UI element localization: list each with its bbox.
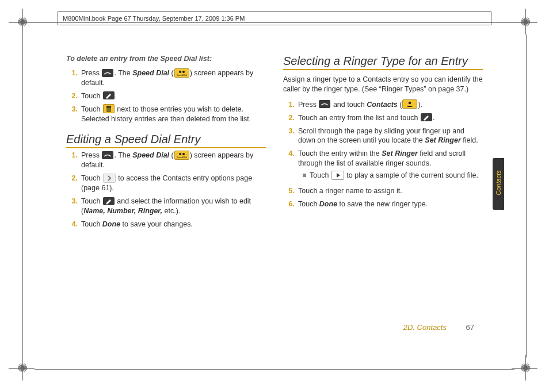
ringer-heading: Selecting a Ringer Type for an Entry xyxy=(283,55,483,70)
edit-pencil-icon xyxy=(103,197,115,205)
list-item: 4. Touch Done to save your changes. xyxy=(66,220,266,229)
crop-rule-right xyxy=(526,34,527,358)
list-item: 2. Touch . xyxy=(66,91,266,101)
crop-rule-left xyxy=(22,34,23,358)
footer-page-number: 67 xyxy=(466,323,474,332)
list-item: 1. Press . The Speed Dial (SpeedDial) sc… xyxy=(66,151,266,170)
page-footer: 2D. Contacts 67 xyxy=(403,323,474,332)
home-key-icon xyxy=(319,100,330,108)
delete-steps: 1. Press . The Speed Dial (SpeedDial) sc… xyxy=(66,68,266,124)
svg-point-8 xyxy=(182,153,185,155)
chevron-right-icon xyxy=(103,174,116,183)
ringer-steps: 1. Press and touch Contacts (). 2. Touch… xyxy=(283,100,483,209)
right-column: Selecting a Ringer Type for an Entry Ass… xyxy=(283,55,483,337)
svg-point-10 xyxy=(409,102,411,104)
svg-point-7 xyxy=(179,153,181,155)
svg-rect-4 xyxy=(106,106,111,107)
list-item: 3. Touch and select the information you … xyxy=(66,197,266,216)
speed-dial-icon: SpeedDial xyxy=(174,68,189,78)
ringer-intro: Assign a ringer type to a Contacts entry… xyxy=(283,75,483,94)
list-item: 1. Press and touch Contacts (). xyxy=(283,100,483,110)
play-icon xyxy=(331,171,344,180)
edit-pencil-icon xyxy=(103,91,115,99)
list-item: 5. Touch a ringer name to assign it. xyxy=(283,186,483,196)
list-item: 4. Touch the entry within the Set Ringer… xyxy=(283,149,483,183)
crop-rule-bottom xyxy=(35,369,514,370)
list-item: 2. Touch to access the Contacts entry op… xyxy=(66,174,266,193)
document-header-text: M800Mini.book Page 67 Thursday, Septembe… xyxy=(63,15,245,22)
home-key-icon xyxy=(102,151,113,159)
section-tab-label: Contacts xyxy=(495,157,502,208)
footer-section: 2D. Contacts xyxy=(403,323,447,332)
bullet-square-icon xyxy=(303,174,306,177)
page-content: To delete an entry from the Speed Dial l… xyxy=(66,55,483,337)
crop-mark-bl: ✺ xyxy=(9,355,37,383)
speed-dial-icon: SpeedDial xyxy=(174,151,189,160)
svg-rect-3 xyxy=(107,107,110,112)
list-item: 2. Touch an entry from the list and touc… xyxy=(283,113,483,123)
delete-intro: To delete an entry from the Speed Dial l… xyxy=(66,55,266,63)
list-item: 6. Touch Done to save the new ringer typ… xyxy=(283,199,483,209)
document-header: M800Mini.book Page 67 Thursday, Septembe… xyxy=(58,11,491,25)
svg-text:SpeedDial: SpeedDial xyxy=(177,156,188,159)
edit-steps: 1. Press . The Speed Dial (SpeedDial) sc… xyxy=(66,151,266,229)
svg-point-0 xyxy=(179,71,181,73)
section-tab: Contacts xyxy=(493,158,504,210)
list-item: 1. Press . The Speed Dial (SpeedDial) sc… xyxy=(66,68,266,88)
svg-text:SpeedDial: SpeedDial xyxy=(177,74,188,76)
svg-point-1 xyxy=(182,71,185,73)
crop-mark-br: ✺ xyxy=(512,355,540,383)
left-column: To delete an entry from the Speed Dial l… xyxy=(66,55,266,337)
contacts-icon xyxy=(402,99,417,109)
sub-bullet: Touch to play a sample of the current so… xyxy=(303,171,483,180)
home-key-icon xyxy=(102,69,113,77)
trash-icon xyxy=(103,104,115,113)
edit-pencil-icon xyxy=(421,113,432,121)
crop-mark-tr: ✺ xyxy=(512,9,540,37)
editing-heading: Editing a Speed Dial Entry xyxy=(66,133,266,148)
list-item: 3. Scroll through the page by sliding yo… xyxy=(283,126,483,146)
list-item: 3. Touch next to those entries you wish … xyxy=(66,105,266,124)
crop-mark-tl: ✺ xyxy=(9,9,37,37)
